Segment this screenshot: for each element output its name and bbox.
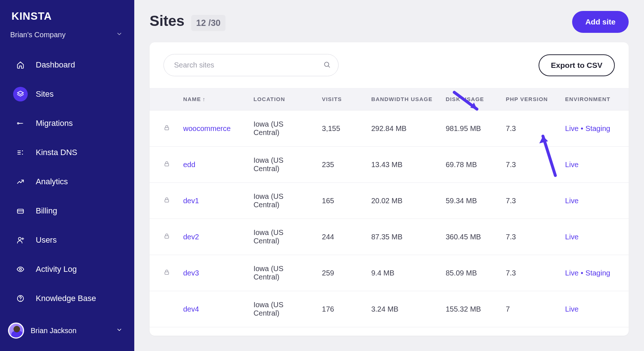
sidebar-item-label: Migrations [36,119,73,128]
site-link[interactable]: dev2 [183,233,199,241]
help-icon [13,291,28,306]
site-link[interactable]: dev1 [183,197,199,205]
topbar: Sites 12 /30 Add site [134,0,644,42]
environment-cell: Live•Staging [559,111,629,147]
export-csv-button[interactable]: Export to CSV [539,54,615,76]
layers-icon [13,87,28,101]
table-row[interactable]: eddIowa (US Central)23513.43 MB69.78 MB7… [150,147,629,183]
svg-rect-19 [165,236,169,238]
chevron-down-icon [116,327,123,335]
site-link[interactable]: edd [183,161,195,169]
search-input[interactable] [163,54,339,76]
sidebar-item-label: Knowledge Base [36,294,96,303]
user-menu[interactable]: Brian Jackson [0,317,134,344]
svg-rect-18 [165,200,169,202]
sidebar-item-label: Dashboard [36,60,75,70]
environment-link[interactable]: Live [565,161,579,169]
bandwidth-cell: 3.24 MB [365,291,439,327]
brand-logo: KINSTA [0,10,134,31]
sidebar-item-dns[interactable]: Kinsta DNS [7,140,128,165]
environment-cell: Live [559,327,629,336]
svg-point-3 [23,123,23,124]
environment-link[interactable]: Staging [586,124,610,132]
table-row[interactable]: woocommerceIowa (US Central)3,155292.84 … [150,111,629,147]
sites-table-wrap: NAME↑ LOCATION VISITS BANDWIDTH USAGE DI… [150,88,629,336]
col-disk-header[interactable]: DISK USAGE [439,88,499,111]
dns-icon [13,145,28,160]
name-cell: dev5 [177,327,247,336]
location-cell: Iowa (US Central) [247,111,316,147]
environment-cell: Live•Staging [559,255,629,291]
disk-cell: 981.95 MB [439,111,499,147]
site-link[interactable]: dev3 [183,269,199,277]
environment-link[interactable]: Live [565,233,579,241]
svg-rect-16 [165,127,169,130]
sidebar-item-activity[interactable]: Activity Log [7,256,128,282]
visits-cell: 176 [315,291,365,327]
svg-rect-17 [165,163,169,166]
col-php-header[interactable]: PHP VERSION [499,88,559,111]
php-cell: 7.3 [499,111,559,147]
table-row[interactable]: dev2Iowa (US Central)24487.35 MB360.45 M… [150,219,629,255]
col-bandwidth-header[interactable]: BANDWIDTH USAGE [365,88,439,111]
environment-link[interactable]: Live [565,305,579,313]
svg-line-15 [328,66,330,67]
bandwidth-cell: 2.19 GB [365,327,439,336]
environment-link[interactable]: Live [565,269,579,277]
col-visits-header[interactable]: VISITS [315,88,365,111]
sidebar-item-label: Analytics [36,177,68,186]
site-link[interactable]: woocommerce [183,124,231,132]
bandwidth-cell: 87.35 MB [365,219,439,255]
company-switcher[interactable]: Brian's Company [0,31,134,52]
table-row[interactable]: dev5Iowa (US Central)19,3662.19 GB462.79… [150,327,629,336]
lock-cell [150,183,177,219]
lock-cell [150,147,177,183]
php-cell: 7.3 [499,183,559,219]
col-name-header[interactable]: NAME↑ [177,88,247,111]
lock-cell [150,219,177,255]
sidebar-item-dashboard[interactable]: Dashboard [7,52,128,78]
location-cell: Iowa (US Central) [247,327,316,336]
sort-asc-icon: ↑ [203,96,206,102]
table-row[interactable]: dev4Iowa (US Central)1763.24 MB155.32 MB… [150,291,629,327]
sites-card: Export to CSV NAME↑ LOCATION VISITS BAND… [150,42,629,336]
separator: • [581,269,583,277]
php-cell: 7.3 [499,147,559,183]
main-content: Sites 12 /30 Add site Export to CSV NAME… [134,0,644,351]
sidebar-item-billing[interactable]: Billing [7,198,128,224]
lock-icon [163,233,170,241]
col-location-header[interactable]: LOCATION [247,88,316,111]
environment-link[interactable]: Staging [586,269,610,277]
location-cell: Iowa (US Central) [247,147,316,183]
svg-point-8 [19,238,21,240]
sidebar: KINSTA Brian's Company DashboardSitesMig… [0,0,134,351]
chevron-down-icon [116,31,123,39]
sidebar-item-kb[interactable]: Knowledge Base [7,286,128,311]
php-cell: 7.3 [499,255,559,291]
sidebar-item-label: Billing [36,206,57,216]
environment-link[interactable]: Live [565,124,579,132]
add-site-button[interactable]: Add site [572,11,629,33]
bandwidth-cell: 9.4 MB [365,255,439,291]
disk-cell: 155.32 MB [439,291,499,327]
site-link[interactable]: dev4 [183,305,199,313]
company-name: Brian's Company [10,31,66,39]
sidebar-item-users[interactable]: Users [7,227,128,253]
location-cell: Iowa (US Central) [247,291,316,327]
table-row[interactable]: dev1Iowa (US Central)16520.02 MB59.34 MB… [150,183,629,219]
sidebar-item-sites[interactable]: Sites [7,81,128,107]
table-row[interactable]: dev3Iowa (US Central)2599.4 MB85.09 MB7.… [150,255,629,291]
sites-table: NAME↑ LOCATION VISITS BANDWIDTH USAGE DI… [150,88,629,336]
page-title: Sites [150,13,185,29]
visits-cell: 235 [315,147,365,183]
sidebar-item-analytics[interactable]: Analytics [7,169,128,194]
trend-icon [13,174,28,189]
disk-cell: 59.34 MB [439,183,499,219]
name-cell: dev3 [177,255,247,291]
sidebar-nav: DashboardSitesMigrationsKinsta DNSAnalyt… [0,52,134,317]
sidebar-item-migrations[interactable]: Migrations [7,111,128,136]
environment-link[interactable]: Live [565,197,579,205]
name-cell: edd [177,147,247,183]
col-env-header[interactable]: ENVIRONMENT [559,88,629,111]
svg-point-4 [22,150,23,151]
